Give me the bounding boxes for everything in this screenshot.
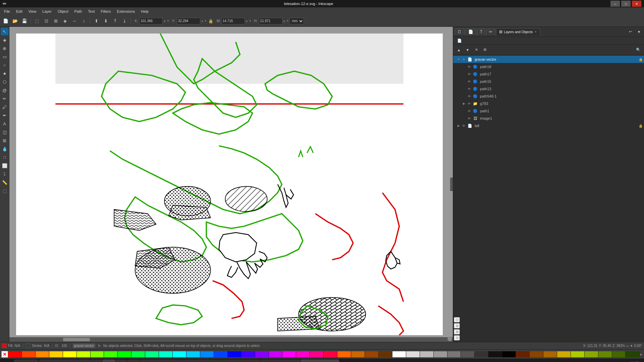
fill-swatch[interactable] — [2, 344, 7, 348]
color-swatch-item[interactable] — [145, 351, 159, 357]
layer-expand-arrow[interactable]: ▶ — [462, 102, 466, 105]
color-swatch-item[interactable] — [282, 351, 296, 357]
minimize-button[interactable]: – — [610, 1, 620, 7]
folder-taskbar-button[interactable]: 📂 — [78, 360, 90, 362]
menu-item-extensions[interactable]: Extensions — [114, 9, 138, 14]
layer-row-path15[interactable]: 👁🔵path15 — [453, 78, 644, 85]
layer-row-path18[interactable]: 👁🔵path18 — [453, 63, 644, 70]
w-up-arrow[interactable]: ▲ — [246, 19, 248, 22]
color-swatch-item[interactable] — [310, 351, 324, 357]
node-tool-button[interactable]: ◈ — [1, 36, 9, 44]
layer-row-g783[interactable]: ▶👁📁g783 — [453, 100, 644, 107]
current-layer[interactable]: gravar-vector — [73, 344, 95, 348]
flip-v-button[interactable]: ↕ — [79, 17, 88, 25]
3dbox-tool-button[interactable]: ⬡ — [1, 78, 9, 86]
move-down-button[interactable]: ▼ — [464, 46, 471, 54]
menu-item-edit[interactable]: Edit — [13, 9, 25, 14]
vscode-button[interactable]: 💻 — [115, 360, 127, 362]
spiral-tool-button[interactable]: @ — [1, 86, 9, 94]
h-down-arrow[interactable]: ▼ — [286, 19, 289, 22]
color-swatch-item[interactable] — [228, 351, 241, 357]
menu-item-help[interactable]: Help — [138, 9, 151, 14]
zoom-tool-button[interactable]: ⊕ — [1, 44, 9, 52]
color-swatch-item[interactable] — [214, 351, 228, 357]
color-swatch-item[interactable] — [36, 351, 49, 357]
transform-button[interactable]: ⊞ — [51, 17, 60, 25]
undo-history-button[interactable]: ↩ — [627, 28, 634, 36]
color-swatch-item[interactable] — [241, 351, 255, 357]
edge-tool-2[interactable]: ⊞ — [454, 323, 460, 328]
time-display[interactable]: 11:20 13/04/2024 — [626, 361, 643, 362]
color-swatch-item[interactable] — [475, 351, 488, 357]
layer-row-path13[interactable]: 👁🔵path13 — [453, 85, 644, 93]
menu-item-file[interactable]: File — [1, 9, 13, 14]
gradient-tool-button[interactable]: ◫ — [1, 128, 9, 136]
color-swatch-item[interactable] — [557, 351, 571, 357]
menu-item-layer[interactable]: Layer — [40, 9, 54, 14]
color-swatch-item[interactable] — [159, 351, 173, 357]
snap-button[interactable]: ⊡ — [454, 317, 460, 322]
h-input[interactable] — [259, 18, 282, 24]
scrollbar-thumb[interactable] — [63, 338, 90, 341]
tab-text-panel[interactable]: T — [477, 28, 485, 35]
layer-visibility-toggle[interactable]: 👁 — [461, 123, 467, 128]
node-button[interactable]: ◈ — [61, 17, 69, 25]
color-swatch-item[interactable] — [626, 351, 639, 357]
edge-tool-3[interactable]: ⊠ — [454, 329, 460, 335]
tab-close-button[interactable]: ✕ — [534, 30, 537, 34]
new-button[interactable]: 📄 — [1, 17, 10, 25]
calligraphy-tool-button[interactable]: ✒ — [1, 111, 9, 119]
select-all-button[interactable]: ⬚ — [33, 17, 41, 25]
wh-lock-icon[interactable]: 🔒 — [208, 19, 213, 23]
pen-tool-button[interactable]: 🖊 — [1, 103, 9, 111]
color-swatch-item[interactable] — [406, 351, 420, 357]
close-button[interactable]: ✕ — [632, 1, 641, 7]
color-swatch-item[interactable] — [49, 351, 63, 357]
color-swatch-item[interactable] — [598, 351, 612, 357]
horizontal-scrollbar[interactable] — [9, 337, 453, 342]
flip-h-button[interactable]: ↔ — [70, 17, 79, 25]
eraser-tool-button[interactable]: ⬜ — [1, 162, 9, 170]
download-button[interactable]: 📁 D:\mario\Downl... — [221, 360, 260, 362]
lower-button[interactable]: ⬇ — [101, 17, 110, 25]
zoom-in-button[interactable]: + — [630, 343, 633, 348]
panel-menu-button[interactable]: ▼ — [635, 28, 643, 36]
laser2-button[interactable]: 🌐 Tall a mida | Aju... — [181, 360, 220, 362]
search-button[interactable]: 🔍 — [635, 46, 642, 54]
layer-expand-arrow[interactable]: ▼ — [457, 58, 461, 61]
maximize-button[interactable]: □ — [621, 1, 631, 7]
layer-visibility-toggle[interactable]: 👁 — [467, 116, 472, 121]
color-swatch-item[interactable] — [351, 351, 365, 357]
colorbar-up-arrow[interactable]: ▲ — [639, 352, 643, 356]
edge-button[interactable]: 🔵 — [103, 360, 115, 362]
color-swatch-item[interactable] — [379, 351, 392, 357]
layer-visibility-toggle[interactable]: 👁 — [467, 101, 472, 106]
chrome-button[interactable]: 🔵 — [128, 360, 140, 362]
color-swatch-item[interactable] — [612, 351, 626, 357]
dropper-tool-button[interactable]: 💧 — [1, 145, 9, 153]
layer-row-tall[interactable]: ▶👁📄tall🔒 — [453, 122, 644, 129]
canvas-document[interactable] — [16, 34, 443, 335]
text-tool-button[interactable]: A — [1, 120, 9, 128]
color-swatch-item[interactable] — [324, 351, 337, 357]
zoom-out-button[interactable]: – — [626, 343, 629, 348]
canvas-area[interactable]: ··· — [9, 27, 453, 342]
w-input[interactable] — [221, 18, 245, 24]
circle-tool-button[interactable]: ○ — [1, 61, 9, 69]
pencil-tool-button[interactable]: ✏ — [1, 95, 9, 103]
color-swatch-item[interactable] — [173, 351, 186, 357]
layer-settings-button[interactable]: ⚙ — [481, 46, 489, 54]
layer-visibility-toggle[interactable]: 👁 — [467, 64, 472, 69]
menu-item-filters[interactable]: Filters — [98, 9, 114, 14]
scroll-corner-button[interactable] — [447, 337, 452, 341]
color-swatch-item[interactable] — [434, 351, 447, 357]
layer-row-path548-1[interactable]: 👁🔵path548-1 — [453, 93, 644, 100]
y-input[interactable] — [177, 18, 200, 24]
select-touch-button[interactable]: ⊡ — [42, 17, 51, 25]
color-swatch-item[interactable] — [269, 351, 283, 357]
color-swatch-item[interactable] — [186, 351, 200, 357]
open-button[interactable]: 📂 — [11, 17, 19, 25]
color-swatch-item[interactable] — [77, 351, 91, 357]
color-swatch-item[interactable] — [22, 351, 36, 357]
menu-item-text[interactable]: Text — [85, 9, 97, 14]
